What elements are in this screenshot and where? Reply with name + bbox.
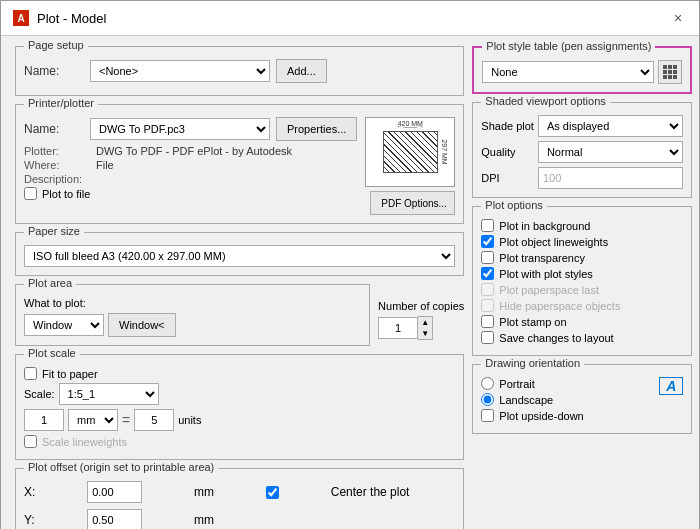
what-to-plot-select[interactable]: Window [24, 314, 104, 336]
plot-object-lineweights-checkbox[interactable] [481, 235, 494, 248]
hide-paperspace-objects-checkbox[interactable] [481, 299, 494, 312]
close-button[interactable]: × [669, 9, 687, 27]
equal-sign: = [122, 412, 130, 428]
plot-options-title: Plot options [481, 199, 546, 211]
plot-transparency-checkbox[interactable] [481, 251, 494, 264]
scale-lineweights-checkbox[interactable] [24, 435, 37, 448]
grid-icon [662, 64, 678, 80]
plot-style-select[interactable]: None [482, 61, 654, 83]
shaded-viewport-title: Shaded viewport options [481, 95, 609, 107]
portrait-row: Portrait [481, 377, 583, 390]
plot-paperspace-last-checkbox[interactable] [481, 283, 494, 296]
page-setup-name-select[interactable]: <None> [90, 60, 270, 82]
orientation-options: Portrait Landscape Plot upside-down [481, 377, 583, 425]
plot-in-background-row: Plot in background [481, 219, 683, 232]
add-button[interactable]: Add... [276, 59, 327, 83]
printer-name-select[interactable]: DWG To PDF.pc3 [90, 118, 270, 140]
scale-num-input[interactable] [24, 409, 64, 431]
scale-units-input[interactable] [134, 409, 174, 431]
plot-area-section: Plot area What to plot: Window Window< [15, 284, 370, 346]
landscape-radio[interactable] [481, 393, 494, 406]
copies-container: Number of copies ▲ ▼ [378, 284, 464, 346]
landscape-row: Landscape [481, 393, 583, 406]
plot-with-plot-styles-checkbox[interactable] [481, 267, 494, 280]
scale-select[interactable]: 1:5_1 [59, 383, 159, 405]
plot-style-table-title: Plot style table (pen assignments) [482, 40, 655, 52]
plot-object-lineweights-row: Plot object lineweights [481, 235, 683, 248]
what-to-plot-label: What to plot: [24, 297, 361, 309]
portrait-radio[interactable] [481, 377, 494, 390]
plot-offset-grid: X: mm Center the plot Y: mm [24, 481, 455, 529]
drawing-orientation-title: Drawing orientation [481, 357, 584, 369]
plot-stamp-on-label: Plot stamp on [499, 316, 566, 328]
dpi-label: DPI [481, 172, 534, 184]
paper-size-section: Paper size ISO full bleed A3 (420.00 x 2… [15, 232, 464, 276]
paper-size-select[interactable]: ISO full bleed A3 (420.00 x 297.00 MM) [24, 245, 455, 267]
plot-transparency-label: Plot transparency [499, 252, 585, 264]
what-to-plot-row: Window Window< [24, 313, 361, 337]
where-value: File [96, 159, 114, 171]
plotter-label: Plotter: [24, 145, 92, 157]
pdf-options-button[interactable]: PDF Options... [370, 191, 455, 215]
save-changes-to-layout-checkbox[interactable] [481, 331, 494, 344]
dialog-body: Page setup Name: <None> Add... Printer/p… [1, 36, 699, 529]
copies-input[interactable] [378, 317, 418, 339]
svg-rect-1 [668, 65, 672, 69]
description-label: Description: [24, 173, 92, 185]
right-panel: Plot style table (pen assignments) None [472, 46, 692, 529]
title-bar: A Plot - Model × [1, 1, 699, 36]
landscape-label: Landscape [499, 394, 553, 406]
y-input[interactable] [87, 509, 142, 529]
units-label: units [178, 414, 201, 426]
plot-to-file-label: Plot to file [42, 188, 90, 200]
orientation-content: Portrait Landscape Plot upside-down A [481, 377, 683, 425]
fit-to-paper-checkbox[interactable] [24, 367, 37, 380]
drawing-orientation-section: Drawing orientation Portrait Landscape [472, 364, 692, 434]
properties-button[interactable]: Properties... [276, 117, 357, 141]
svg-rect-6 [663, 75, 667, 79]
plot-scale-title: Plot scale [24, 347, 80, 359]
shade-plot-select[interactable]: As displayed [538, 115, 683, 137]
landscape-preview-icon: A [659, 377, 683, 395]
title-bar-left: A Plot - Model [13, 10, 106, 26]
page-setup-name-label: Name: [24, 64, 84, 78]
printer-plotter-title: Printer/plotter [24, 97, 98, 109]
hide-paperspace-objects-label: Hide paperspace objects [499, 300, 620, 312]
plot-upside-down-label: Plot upside-down [499, 410, 583, 422]
svg-rect-2 [673, 65, 677, 69]
plot-upside-down-checkbox[interactable] [481, 409, 494, 422]
plot-object-lineweights-label: Plot object lineweights [499, 236, 608, 248]
plot-with-plot-styles-label: Plot with plot styles [499, 268, 593, 280]
fit-to-paper-label: Fit to paper [42, 368, 98, 380]
left-panel: Page setup Name: <None> Add... Printer/p… [15, 46, 464, 529]
dpi-input[interactable] [538, 167, 683, 189]
plot-to-file-checkbox[interactable] [24, 187, 37, 200]
description-row: Description: [24, 173, 357, 185]
svg-rect-5 [673, 70, 677, 74]
hide-paperspace-objects-row: Hide paperspace objects [481, 299, 683, 312]
mm-select[interactable]: mm [68, 409, 118, 431]
window-button[interactable]: Window< [108, 313, 176, 337]
plot-in-background-checkbox[interactable] [481, 219, 494, 232]
plot-stamp-on-checkbox[interactable] [481, 315, 494, 328]
plot-area-copies-row: Plot area What to plot: Window Window< N… [15, 284, 464, 346]
scale-mm-row: mm = units [24, 409, 455, 431]
app-icon: A [13, 10, 29, 26]
plot-stamp-on-row: Plot stamp on [481, 315, 683, 328]
y-label: Y: [24, 513, 81, 527]
plotter-value: DWG To PDF - PDF ePlot - by Autodesk [96, 145, 292, 157]
x-input[interactable] [87, 481, 142, 503]
preview-hatch [384, 132, 437, 172]
plot-offset-section: Plot offset (origin set to printable are… [15, 468, 464, 529]
where-label: Where: [24, 159, 92, 171]
plot-options-section: Plot options Plot in background Plot obj… [472, 206, 692, 356]
center-plot-checkbox[interactable] [266, 486, 279, 499]
shade-plot-label: Shade plot [481, 120, 534, 132]
copies-up-button[interactable]: ▲ [418, 317, 432, 328]
printer-name-label: Name: [24, 122, 84, 136]
page-setup-section: Page setup Name: <None> Add... [15, 46, 464, 96]
quality-select[interactable]: Normal [538, 141, 683, 163]
copies-down-button[interactable]: ▼ [418, 328, 432, 339]
plotter-row: Plotter: DWG To PDF - PDF ePlot - by Aut… [24, 145, 357, 157]
plot-style-table-button[interactable] [658, 60, 682, 84]
